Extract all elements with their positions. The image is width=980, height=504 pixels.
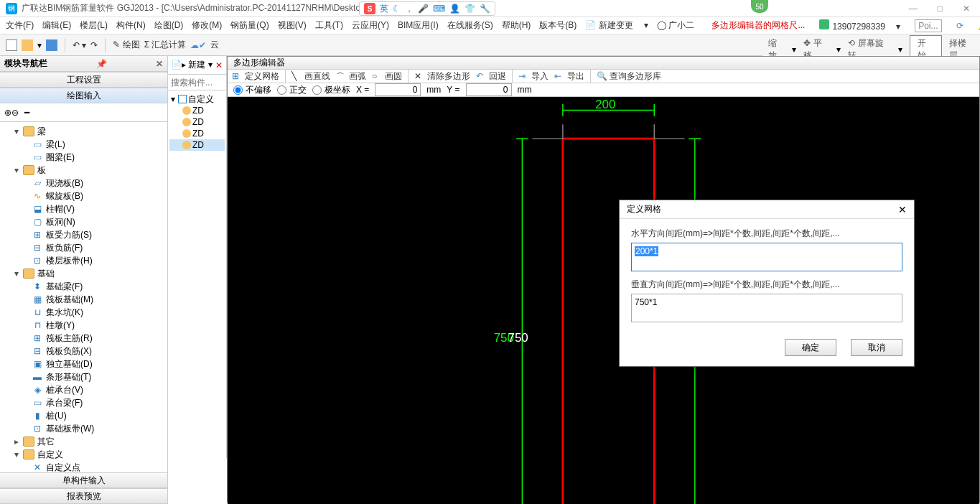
menu-bim[interactable]: BIM应用(I) <box>398 19 439 32</box>
tree-spiral-slab[interactable]: ∿螺旋板(B) <box>0 190 167 202</box>
nav-section-single[interactable]: 单构件输入 <box>0 472 167 488</box>
cloud-button[interactable]: 云 <box>210 39 219 51</box>
menu-draw[interactable]: 绘图(D) <box>154 19 184 32</box>
delete-component-icon[interactable]: ✕ <box>215 60 223 70</box>
bell-icon[interactable]: 🔔 <box>978 21 980 31</box>
tree-found-strip[interactable]: ⊡基础板带(W) <box>0 422 167 435</box>
menu-modify[interactable]: 修改(M) <box>192 19 222 32</box>
menu-component[interactable]: 构件(N) <box>116 19 146 32</box>
draw-line-button[interactable]: ╲画直线 <box>291 70 330 83</box>
ime-comma-icon[interactable]: ， <box>405 3 414 15</box>
tree-cast-slab[interactable]: ▱现浇板(B) <box>0 177 167 190</box>
tree-foundation[interactable]: ▾基础 <box>0 267 167 280</box>
tree-column-pier[interactable]: ⊓柱墩(Y) <box>0 319 167 332</box>
menu-cloud[interactable]: 云应用(Y) <box>352 19 389 32</box>
ime-keyboard-icon[interactable]: ⌨ <box>433 4 445 14</box>
ortho-radio[interactable]: 正交 <box>277 84 307 96</box>
component-root[interactable]: ▾自定义 <box>169 93 225 105</box>
tree-raft-neg[interactable]: ⊟筏板负筋(X) <box>0 345 167 358</box>
menu-tool[interactable]: 工具(T) <box>315 19 343 32</box>
component-item-1[interactable]: ZD <box>169 116 225 128</box>
draw-button[interactable]: ✎ 绘图 <box>113 39 139 51</box>
dialog-close-icon[interactable]: ✕ <box>898 204 907 215</box>
component-search[interactable] <box>168 75 226 90</box>
draw-circle-button[interactable]: ○画圆 <box>372 70 402 83</box>
redo-icon[interactable]: ↷ <box>90 40 98 50</box>
define-grid-button[interactable]: ⊞定义网格 <box>232 70 279 83</box>
dialog-ok-button[interactable]: 确定 <box>785 339 836 356</box>
menu-version[interactable]: 版本号(B) <box>539 19 577 32</box>
tree-slab-hole[interactable]: ▢板洞(N) <box>0 215 167 228</box>
cloud-check-icon[interactable]: ☁✔ <box>190 40 206 50</box>
nav-pin-icon[interactable]: 📌 <box>96 59 107 69</box>
ime-shirt-icon[interactable]: 👕 <box>465 4 475 14</box>
menu-file[interactable]: 文件(F) <box>6 19 34 32</box>
clear-polygon-button[interactable]: ✕清除多边形 <box>414 70 470 83</box>
menu-help[interactable]: 帮助(H) <box>502 19 531 32</box>
nav-section-project[interactable]: 工程设置 <box>0 72 167 88</box>
x-input[interactable] <box>375 83 421 96</box>
vertical-input[interactable] <box>631 294 902 322</box>
ime-wrench-icon[interactable]: 🔧 <box>480 4 490 14</box>
ime-user-icon[interactable]: 👤 <box>449 4 460 14</box>
expand-icon[interactable]: ⊕⊖ <box>4 108 19 118</box>
tree-column-cap[interactable]: ⬓柱帽(V) <box>0 202 167 215</box>
save-file-icon[interactable] <box>46 39 57 51</box>
new-change-button[interactable]: 📄 新建变更 ▾ <box>585 19 648 32</box>
ime-lang[interactable]: 英 <box>380 3 388 15</box>
undo-step-button[interactable]: ↶回退 <box>476 70 506 83</box>
new-component-button[interactable]: 📄▸ 新建 ▾ <box>171 59 213 71</box>
ime-toolbar[interactable]: S 英 ☾ ， 🎤 ⌨ 👤 👕 🔧 <box>359 1 495 16</box>
nav-section-draw[interactable]: 绘图输入 <box>0 88 167 103</box>
dialog-cancel-button[interactable]: 取消 <box>851 339 902 356</box>
component-search-input[interactable] <box>168 75 226 90</box>
tree-raft[interactable]: ▦筏板基础(M) <box>0 293 167 306</box>
phone-number[interactable]: 13907298339 ▾ <box>819 19 900 32</box>
tree-other[interactable]: ▸其它 <box>0 435 167 448</box>
component-item-2[interactable]: ZD <box>169 128 225 139</box>
maximize-button[interactable]: □ <box>933 4 947 14</box>
tree-floor-strip[interactable]: ⊡楼层板带(H) <box>0 254 167 267</box>
import-button[interactable]: ⇥导入 <box>518 70 549 83</box>
minimize-button[interactable]: — <box>905 4 922 14</box>
collapse-icon[interactable]: ━ <box>24 108 29 118</box>
nav-close-icon[interactable]: ✕ <box>156 59 163 69</box>
component-item-3[interactable]: ZD <box>169 139 225 151</box>
no-offset-radio[interactable]: 不偏移 <box>233 84 271 96</box>
ime-moon-icon[interactable]: ☾ <box>393 4 401 14</box>
component-item-0[interactable]: ZD <box>169 105 225 116</box>
undo-icon[interactable]: ↶ ▾ <box>73 40 86 50</box>
poi-box[interactable]: Poi... <box>915 19 941 32</box>
tree-sump[interactable]: ⊔集水坑(K) <box>0 306 167 319</box>
menu-online[interactable]: 在线服务(S) <box>447 19 493 32</box>
export-button[interactable]: ⇤导出 <box>554 70 584 83</box>
tree-slab[interactable]: ▾板 <box>0 164 167 177</box>
query-library-button[interactable]: 🔍查询多边形库 <box>597 70 661 83</box>
y-input[interactable] <box>466 83 512 96</box>
menu-edit[interactable]: 编辑(E) <box>42 19 71 32</box>
summary-button[interactable]: Σ 汇总计算 <box>144 39 187 51</box>
menu-rebar[interactable]: 钢筋量(Q) <box>230 19 269 32</box>
tree-isolated[interactable]: ▣独立基础(D) <box>0 358 167 370</box>
menu-view[interactable]: 视图(V) <box>278 19 307 32</box>
component-list[interactable]: ▾自定义 ZD ZD ZD ZD <box>168 90 226 154</box>
user-label[interactable]: ◯ 广小二 <box>657 19 703 32</box>
close-button[interactable]: ✕ <box>958 4 974 14</box>
tree-pile[interactable]: ▮桩(U) <box>0 409 167 422</box>
tree-ring-beam[interactable]: ▭圈梁(E) <box>0 151 167 164</box>
tree-custom[interactable]: ▾自定义 <box>0 448 167 461</box>
nav-section-report[interactable]: 报表预览 <box>0 488 167 504</box>
tree-beam[interactable]: ▾梁 <box>0 125 167 138</box>
marquee-text[interactable]: 多边形编辑器的网格尺... <box>711 19 805 32</box>
tree-raft-main[interactable]: ⊞筏板主筋(R) <box>0 332 167 345</box>
tree-custom-point[interactable]: ✕自定义点 <box>0 461 167 472</box>
ime-mic-icon[interactable]: 🎤 <box>418 4 429 14</box>
tree-slab-force[interactable]: ⊞板受力筋(S) <box>0 228 167 241</box>
component-tree[interactable]: ▾梁 ▭梁(L) ▭圈梁(E) ▾板 ▱现浇板(B) ∿螺旋板(B) ⬓柱帽(V… <box>0 122 167 472</box>
tree-cap-beam[interactable]: ▭承台梁(F) <box>0 396 167 409</box>
tree-found-beam[interactable]: ⬍基础梁(F) <box>0 280 167 293</box>
tree-strip-found[interactable]: ▬条形基础(T) <box>0 370 167 383</box>
polar-radio[interactable]: 极坐标 <box>312 84 350 96</box>
notification-badge[interactable]: 50 <box>751 0 768 13</box>
dialog-title-bar[interactable]: 定义网格 ✕ <box>620 200 914 219</box>
